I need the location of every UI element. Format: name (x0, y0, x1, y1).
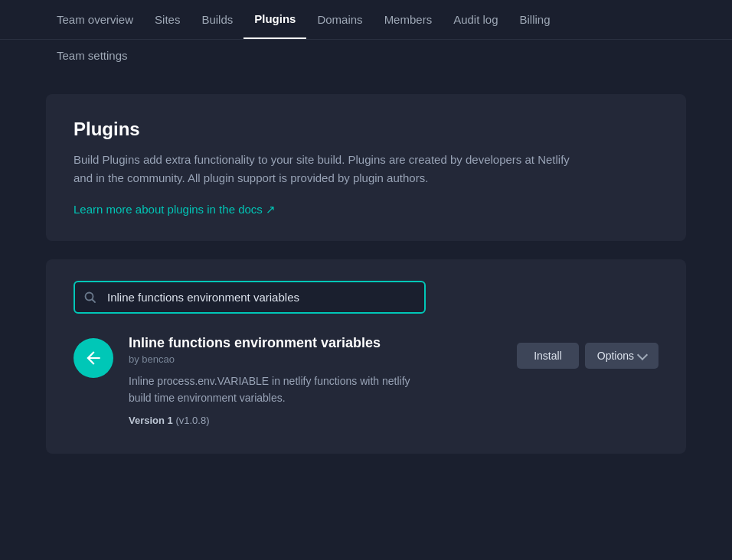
plugins-search-card: Inline functions environment variables b… (46, 259, 686, 454)
plugins-title: Plugins (74, 119, 658, 140)
install-button[interactable]: Install (517, 343, 579, 369)
main-nav: Team overview Sites Builds Plugins Domai… (0, 0, 732, 40)
options-button[interactable]: Options (585, 343, 658, 369)
plugin-author: by bencao (129, 353, 502, 365)
search-icon (84, 291, 96, 304)
svg-line-1 (93, 299, 96, 302)
plugin-version: Version 1 (v1.0.8) (129, 415, 502, 426)
plugin-info: Inline functions environment variables b… (129, 335, 502, 426)
plugins-description: Build Plugins add extra functionality to… (74, 151, 579, 187)
plugins-docs-link[interactable]: Learn more about plugins in the docs ↗ (74, 203, 276, 216)
plugin-icon (74, 338, 113, 378)
nav-audit-log[interactable]: Audit log (443, 1, 508, 38)
nav-team-overview[interactable]: Team overview (46, 1, 144, 38)
main-content: Plugins Build Plugins add extra function… (0, 71, 732, 477)
nav-second-row: Team settings (0, 40, 732, 71)
nav-plugins[interactable]: Plugins (243, 0, 306, 39)
plugin-description: Inline process.env.VARIABLE in netlify f… (129, 373, 435, 407)
nav-team-settings[interactable]: Team settings (46, 40, 139, 71)
nav-sites[interactable]: Sites (144, 1, 191, 38)
plugins-info-card: Plugins Build Plugins add extra function… (46, 94, 686, 241)
plugin-name: Inline functions environment variables (129, 335, 502, 351)
nav-builds[interactable]: Builds (191, 1, 243, 38)
nav-members[interactable]: Members (374, 1, 443, 38)
nav-billing[interactable]: Billing (509, 1, 561, 38)
plugin-list-item: Inline functions environment variables b… (74, 335, 658, 426)
chevron-down-icon (637, 349, 648, 360)
plugin-actions: Install Options (517, 343, 658, 369)
search-wrapper (74, 281, 658, 314)
search-input[interactable] (74, 281, 426, 314)
nav-domains[interactable]: Domains (306, 1, 373, 38)
